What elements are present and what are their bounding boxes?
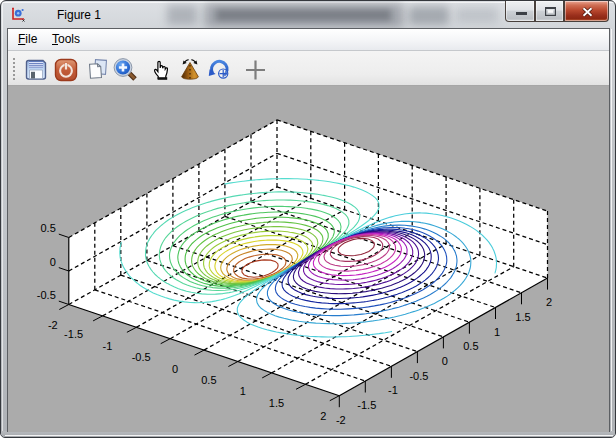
svg-text:1: 1 xyxy=(494,326,500,338)
svg-text:1.5: 1.5 xyxy=(269,397,284,409)
svg-text:-1.5: -1.5 xyxy=(357,399,376,411)
svg-text:-1.5: -1.5 xyxy=(64,328,83,340)
svg-text:-0.5: -0.5 xyxy=(409,370,428,382)
svg-text:1: 1 xyxy=(240,385,246,397)
svg-text:-1: -1 xyxy=(103,340,113,352)
svg-text:0: 0 xyxy=(442,355,448,367)
svg-text:0: 0 xyxy=(172,363,178,375)
svg-text:2: 2 xyxy=(546,296,552,308)
svg-text:-1: -1 xyxy=(388,384,398,396)
svg-text:0: 0 xyxy=(50,256,56,268)
svg-text:-2: -2 xyxy=(336,414,346,426)
svg-text:0.5: 0.5 xyxy=(41,222,56,234)
svg-text:-0.5: -0.5 xyxy=(132,351,151,363)
svg-text:0.5: 0.5 xyxy=(201,374,216,386)
svg-text:-2: -2 xyxy=(48,319,58,331)
svg-text:0.5: 0.5 xyxy=(463,340,478,352)
svg-text:2: 2 xyxy=(320,410,326,422)
svg-text:-0.5: -0.5 xyxy=(37,289,56,301)
svg-text:1.5: 1.5 xyxy=(515,311,530,323)
